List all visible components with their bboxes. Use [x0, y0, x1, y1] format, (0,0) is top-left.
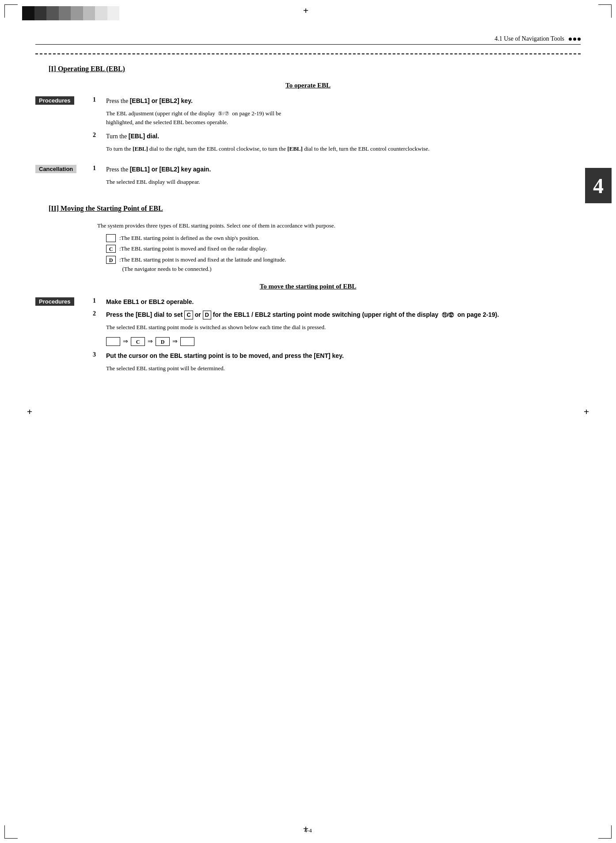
- header-dot-2: [573, 38, 576, 41]
- diag-box-d: D: [156, 337, 170, 346]
- diagram-row: ⇒ C ⇒ D ⇒: [106, 337, 581, 346]
- step-text-1-2: Turn the [EBL] dial.: [106, 132, 581, 141]
- step-text-2-1: Make EBL1 or EBL2 operable.: [106, 297, 581, 307]
- corner-mark-tr: [598, 4, 612, 18]
- subsection-operate-ebl: To operate EBL: [35, 82, 581, 89]
- procedures-block-1: Procedures 1 Press the [EBL1] or [EBL2] …: [35, 96, 581, 159]
- section-ii-title: [II] Moving the Starting Point of EBL: [49, 205, 581, 213]
- step-num-2-3: 3: [93, 351, 106, 358]
- ebl-point-d: D :The EBL starting point is moved and f…: [106, 255, 581, 274]
- section-ii-content: The system provides three types of EBL s…: [35, 221, 581, 274]
- badge-col-procedures-1: Procedures: [35, 96, 93, 105]
- step-text-2-3: Put the cursor on the EBL starting point…: [106, 351, 581, 361]
- crosshair-mid-left: [24, 406, 35, 417]
- step-num-2-2: 2: [93, 310, 106, 317]
- step-text-1-1: Press the [EBL1] or [EBL2] key.: [106, 96, 581, 106]
- proc-step-2-1: 1 Make EBL1 or EBL2 operable.: [93, 297, 581, 307]
- step-detail-1-1: The EBL adjustment (upper right of the d…: [106, 109, 581, 126]
- ebl-icon-d: D: [106, 256, 116, 264]
- cancel-step-detail-1: The selected EBL display will disappear.: [106, 178, 581, 186]
- cancellation-content: 1 Press the [EBL1] or [EBL2] key again. …: [93, 165, 581, 192]
- section-i-title: [I] Operating EBL (EBL): [49, 65, 581, 73]
- step-text-2-2: Press the [EBL] dial to set C or D for t…: [106, 310, 581, 319]
- top-bar-blocks: [22, 6, 119, 20]
- inline-box-c-step2: C: [184, 311, 193, 319]
- corner-mark-bl: [4, 825, 18, 839]
- ebl-points-list: :The EBL starting point is defined as th…: [106, 234, 581, 274]
- cancel-step-1: 1 Press the [EBL1] or [EBL2] key again.: [93, 165, 581, 174]
- step-detail-1-2: To turn the [EBL] dial to the right, tur…: [106, 144, 581, 153]
- diag-arrow-1: ⇒: [123, 338, 128, 345]
- cancel-step-text-1: Press the [EBL1] or [EBL2] key again.: [106, 165, 581, 174]
- header-dot-3: [578, 38, 581, 41]
- cancel-step-num-1: 1: [93, 165, 106, 172]
- diag-arrow-3: ⇒: [172, 338, 178, 345]
- header-section: 4.1 Use of Navigation Tools: [494, 35, 564, 42]
- ebl-point-blank: :The EBL starting point is defined as th…: [106, 234, 581, 243]
- procedures-content-1: 1 Press the [EBL1] or [EBL2] key. The EB…: [93, 96, 581, 159]
- diag-box-c: C: [131, 337, 145, 346]
- ebl-point-c: C :The EBL starting point is moved and f…: [106, 244, 581, 254]
- ebl-desc-blank: :The EBL starting point is defined as th…: [119, 234, 581, 243]
- corner-mark-tl: [4, 4, 18, 18]
- step-num-2-1: 1: [93, 297, 106, 304]
- inline-box-d-step2: D: [203, 311, 211, 319]
- chapter-tab: 4: [585, 168, 612, 203]
- procedures-block-2: Procedures 1 Make EBL1 or EBL2 operable.…: [35, 297, 581, 378]
- step-detail-2-3: The selected EBL starting point will be …: [106, 364, 581, 373]
- badge-col-cancellation: Cancellation: [35, 165, 93, 173]
- header-dots: [569, 38, 581, 41]
- proc-step-2-3: 3 Put the cursor on the EBL starting poi…: [93, 351, 581, 361]
- subsection-move-ebl: To move the starting point of EBL: [35, 283, 581, 290]
- cancellation-block: Cancellation 1 Press the [EBL1] or [EBL2…: [35, 165, 581, 192]
- crosshair-top: [300, 5, 311, 16]
- procedures-badge-2: Procedures: [35, 297, 74, 306]
- proc-step-1-2: 2 Turn the [EBL] dial.: [93, 132, 581, 141]
- proc-step-2-2: 2 Press the [EBL] dial to set C or D for…: [93, 310, 581, 319]
- procedures-badge-1: Procedures: [35, 96, 74, 105]
- section-ii-intro: The system provides three types of EBL s…: [97, 221, 581, 230]
- step-num-1-2: 2: [93, 132, 106, 139]
- proc-step-1-1: 1 Press the [EBL1] or [EBL2] key.: [93, 96, 581, 106]
- ebl-desc-c: :The EBL starting point is moved and fix…: [119, 244, 581, 254]
- header-dot-1: [569, 38, 572, 41]
- ebl-icon-blank: [106, 234, 116, 242]
- procedures-content-2: 1 Make EBL1 or EBL2 operable. 2 Press th…: [93, 297, 581, 378]
- diag-box-blank-2: [180, 337, 194, 346]
- ebl-icon-c: C: [106, 245, 116, 253]
- main-content: 4.1 Use of Navigation Tools [I] Operatin…: [35, 35, 581, 816]
- page-number: 4-4: [304, 827, 312, 834]
- diag-box-blank-1: [106, 337, 120, 346]
- step-detail-2-2: The selected EBL starting point mode is …: [106, 323, 581, 332]
- dashed-separator: [35, 53, 581, 54]
- diag-arrow-2: ⇒: [148, 338, 153, 345]
- cancellation-badge: Cancellation: [35, 165, 76, 173]
- page-header: 4.1 Use of Navigation Tools: [35, 35, 581, 45]
- corner-mark-br: [598, 825, 612, 839]
- badge-col-procedures-2: Procedures: [35, 297, 93, 306]
- crosshair-mid-right: [581, 406, 592, 417]
- step-num-1-1: 1: [93, 96, 106, 103]
- ebl-desc-d: :The EBL starting point is moved and fix…: [119, 255, 581, 274]
